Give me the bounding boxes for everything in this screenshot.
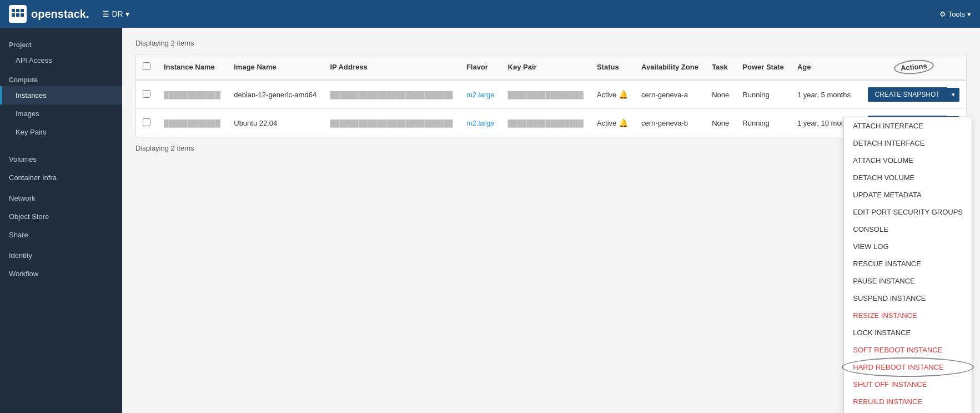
row-2-ip-address: ██████████████████████████ <box>330 120 453 127</box>
row-1-bell-icon: 🔔 <box>619 90 628 99</box>
row-1-status: Active 🔔 <box>590 80 635 109</box>
svg-rect-2 <box>16 9 19 12</box>
row-2-bell-icon: 🔔 <box>619 118 628 127</box>
svg-rect-6 <box>21 13 24 17</box>
table-row: ████████████ Ubuntu 22.04 ██████████████… <box>136 109 966 137</box>
row-1-availability-zone: cern-geneva-a <box>635 80 705 109</box>
openstack-logo <box>9 5 27 23</box>
display-count-bottom: Displaying 2 items <box>135 144 967 152</box>
col-key-pair: Key Pair <box>501 54 590 80</box>
project-title: Project <box>0 37 122 51</box>
sidebar-item-workflow[interactable]: Workflow <box>0 265 122 283</box>
volumes-title <box>0 143 122 150</box>
svg-rect-3 <box>21 9 24 12</box>
sidebar-item-instances[interactable]: Instances <box>0 86 122 105</box>
col-flavor: Flavor <box>460 54 501 80</box>
menu-item-resize-instance[interactable]: RESIZE INSTANCE <box>844 307 972 324</box>
layout: Project API Access Compute Instances Ima… <box>0 28 980 413</box>
sidebar-section-compute: Compute Instances Images Key Pairs <box>0 72 122 141</box>
logo-icon <box>10 6 26 22</box>
row-2-power-state: Running <box>736 109 791 137</box>
row-1-image-name: debian-12-generic-amd64 <box>227 80 323 109</box>
menu-item-update-metadata[interactable]: UPDATE METADATA <box>844 186 972 203</box>
row-1-task: None <box>705 80 736 109</box>
tools-menu[interactable]: ⚙ Tools ▾ <box>939 10 971 18</box>
sidebar-item-volumes[interactable]: Volumes <box>0 150 122 168</box>
row-1-checkbox[interactable] <box>143 90 150 98</box>
row-2-checkbox[interactable] <box>143 118 150 126</box>
row-1-instance-name[interactable]: ████████████ <box>164 91 220 99</box>
brand: openstack. <box>9 5 89 23</box>
menu-item-rescue-instance[interactable]: RESCUE INSTANCE <box>844 255 972 272</box>
col-power-state: Power State <box>736 54 791 80</box>
menu-item-suspend-instance[interactable]: SUSPEND INSTANCE <box>844 290 972 307</box>
sidebar: Project API Access Compute Instances Ima… <box>0 28 122 413</box>
row-2-key-pair: ████████████████ <box>508 120 584 127</box>
row-1-age: 1 year, 5 months <box>791 80 862 109</box>
chevron-down-icon: ▾ <box>125 9 129 18</box>
row-2-task: None <box>705 109 736 137</box>
menu-item-delete-instance[interactable]: DELETE INSTANCE <box>844 410 972 413</box>
sidebar-item-share[interactable]: Share <box>0 226 122 244</box>
chevron-down-icon-tools: ▾ <box>967 10 971 18</box>
menu-item-attach-interface[interactable]: ATTACH INTERFACE <box>844 117 972 135</box>
col-image-name: Image Name <box>227 54 323 80</box>
sidebar-item-container-infra[interactable]: Container Infra <box>0 168 122 187</box>
sidebar-section-identity: Identity Workflow <box>0 246 122 283</box>
menu-item-edit-port-security-groups[interactable]: EDIT PORT SECURITY GROUPS <box>844 203 972 221</box>
row-1-actions: CREATE SNAPSHOT ▾ <box>861 80 966 109</box>
row-2-image-name: Ubuntu 22.04 <box>227 109 323 137</box>
col-ip-address: IP Address <box>323 54 459 80</box>
menu-item-lock-instance[interactable]: LOCK INSTANCE <box>844 324 972 341</box>
menu-item-pause-instance[interactable]: PAUSE INSTANCE <box>844 272 972 290</box>
hamburger-icon: ☰ <box>102 9 109 18</box>
compute-title: Compute <box>0 72 122 86</box>
select-all-checkbox[interactable] <box>143 62 150 70</box>
row-1-ip-address: ██████████████████████████ <box>330 91 453 99</box>
instances-table: Instance Name Image Name IP Address Flav… <box>136 54 966 137</box>
svg-rect-5 <box>16 13 19 17</box>
menu-item-detach-volume[interactable]: DETACH VOLUME <box>844 169 972 186</box>
svg-rect-4 <box>12 13 15 17</box>
row-1-create-snapshot-button[interactable]: CREATE SNAPSHOT <box>868 87 946 102</box>
row-1-key-pair: ████████████████ <box>508 91 584 99</box>
row-2-flavor[interactable]: m2.large <box>466 119 495 127</box>
row-2-status: Active 🔔 <box>590 109 635 137</box>
col-task: Task <box>705 54 736 80</box>
actions-dropdown-menu: ATTACH INTERFACE DETACH INTERFACE ATTACH… <box>843 117 972 413</box>
sidebar-item-images[interactable]: Images <box>0 105 122 123</box>
display-count-top: Displaying 2 items <box>135 39 967 47</box>
col-status: Status <box>590 54 635 80</box>
col-instance-name: Instance Name <box>157 54 227 80</box>
menu-item-rebuild-instance[interactable]: REBUILD INSTANCE <box>844 393 972 410</box>
sidebar-item-object-store[interactable]: Object Store <box>0 207 122 226</box>
project-selector[interactable]: ☰ DR ▾ <box>102 9 129 18</box>
sidebar-item-api-access[interactable]: API Access <box>0 51 122 69</box>
sidebar-item-identity[interactable]: Identity <box>0 246 122 265</box>
row-1-power-state: Running <box>736 80 791 109</box>
col-actions: Actions <box>861 54 966 80</box>
row-1-flavor[interactable]: m2.large <box>466 91 495 99</box>
menu-item-console[interactable]: CONSOLE <box>844 221 972 238</box>
menu-item-attach-volume[interactable]: ATTACH VOLUME <box>844 152 972 169</box>
menu-item-view-log[interactable]: VIEW LOG <box>844 238 972 255</box>
instances-table-container: Instance Name Image Name IP Address Flav… <box>135 54 967 137</box>
actions-header-label: Actions <box>893 58 934 76</box>
row-2-instance-name[interactable]: ████████████ <box>164 120 220 127</box>
sidebar-section-network: Network Object Store Share <box>0 189 122 244</box>
col-availability-zone: Availability Zone <box>635 54 705 80</box>
svg-rect-1 <box>12 9 15 12</box>
navbar: openstack. ☰ DR ▾ ⚙ Tools ▾ <box>0 0 980 28</box>
menu-item-hard-reboot-instance[interactable]: HARD REBOOT INSTANCE <box>844 359 972 376</box>
tools-label: Tools <box>948 10 965 18</box>
row-2-availability-zone: cern-geneva-b <box>635 109 705 137</box>
sidebar-section-project: Project API Access <box>0 37 122 69</box>
sidebar-item-key-pairs[interactable]: Key Pairs <box>0 123 122 141</box>
row-1-dropdown-toggle[interactable]: ▾ <box>947 88 959 102</box>
menu-item-detach-interface[interactable]: DETACH INTERFACE <box>844 135 972 152</box>
menu-item-soft-reboot-instance[interactable]: SOFT REBOOT INSTANCE <box>844 341 972 359</box>
sidebar-item-network[interactable]: Network <box>0 189 122 207</box>
project-name: DR <box>112 9 123 18</box>
col-age: Age <box>791 54 862 80</box>
menu-item-shut-off-instance[interactable]: SHUT OFF INSTANCE <box>844 376 972 393</box>
